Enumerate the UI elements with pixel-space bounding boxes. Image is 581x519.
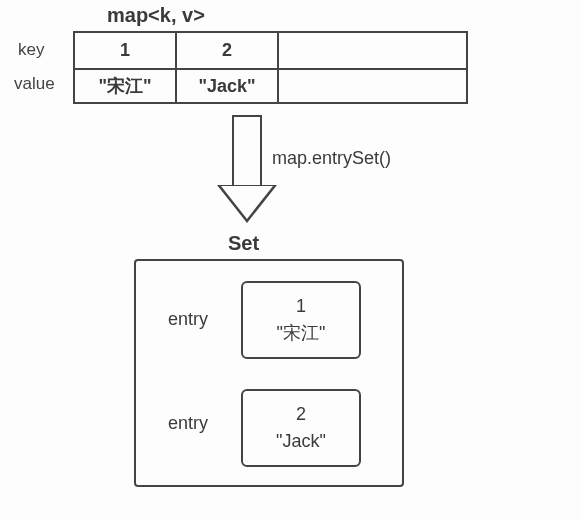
map-value-cell-0: "宋江": [75, 68, 177, 104]
entry-label-1: entry: [168, 413, 208, 434]
map-key-cell-1: 2: [177, 33, 279, 68]
map-value-cell-1: "Jack": [177, 68, 279, 104]
entry-box-1: 2 "Jack": [241, 389, 361, 467]
entry-value-0: "宋江": [277, 320, 326, 347]
arrow-label: map.entrySet(): [272, 148, 391, 169]
entry-row-0: entry 1 "宋江": [136, 271, 402, 361]
entry-box-0: 1 "宋江": [241, 281, 361, 359]
entry-row-1: entry 2 "Jack": [136, 379, 402, 469]
set-container: entry 1 "宋江" entry 2 "Jack": [134, 259, 404, 487]
entry-key-1: 2: [296, 401, 306, 428]
map-type-title: map<k, v>: [107, 4, 205, 27]
set-title: Set: [228, 232, 259, 255]
arrow-stem: [232, 115, 262, 187]
map-key-cell-0: 1: [75, 33, 177, 68]
entry-key-0: 1: [296, 293, 306, 320]
row-label-key: key: [18, 40, 44, 60]
row-label-value: value: [14, 74, 55, 94]
map-table: 1 2 "宋江" "Jack": [73, 31, 468, 104]
arrow-head-fill: [221, 186, 273, 219]
arrow-down: [218, 115, 278, 225]
entry-value-1: "Jack": [276, 428, 326, 455]
entry-label-0: entry: [168, 309, 208, 330]
